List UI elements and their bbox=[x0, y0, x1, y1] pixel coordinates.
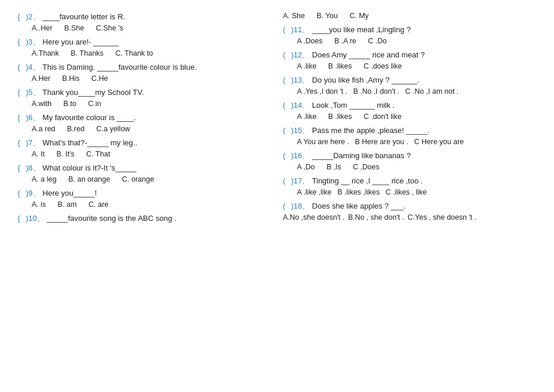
option-q11-c: C .Do bbox=[368, 37, 387, 45]
options-q8: A. a leg B. an orange C. orange bbox=[32, 175, 271, 183]
qtext-q15: Pass me the apple ,please! _____. bbox=[312, 126, 429, 135]
qnum-q6: )6、 bbox=[26, 113, 40, 123]
option-q11-a: A .Does bbox=[297, 37, 323, 45]
option-qtop-c: C. My bbox=[349, 12, 369, 20]
question-block-qtop: A. She B. You C. My bbox=[283, 12, 537, 20]
options-q18: A.No ,she doesn't . B.No , she don't . C… bbox=[283, 213, 537, 221]
question-line-q8: { )8、 What colour is it?-It 's_____ bbox=[18, 163, 271, 173]
option-q15-b: B Here are you . bbox=[355, 138, 408, 146]
bracket-q10: { bbox=[18, 214, 23, 223]
right-column: A. She B. You C. My ( )11、 ____you like … bbox=[277, 12, 537, 229]
qtext-q18: Does she like apples ? ___. bbox=[312, 202, 406, 210]
bracket-q18: ( bbox=[283, 202, 289, 210]
option-q5-a: A.with bbox=[32, 100, 52, 108]
option-q2-c: C.She 's bbox=[96, 24, 124, 32]
option-q9-a: A. is bbox=[32, 200, 46, 209]
question-line-q15: ( )15、 Pass me the apple ,please! _____. bbox=[283, 125, 537, 136]
option-q4-a: A.Her bbox=[32, 74, 50, 83]
left-column: { )2、 ____favourite letter is R. A..Her … bbox=[18, 12, 277, 229]
option-q14-a: A .like bbox=[297, 113, 317, 121]
qnum-q13: )13、 bbox=[291, 75, 310, 86]
question-block-q17: ( )17、 Tingting __ rice ,I ____ rice ,to… bbox=[283, 176, 537, 196]
bracket-q14: ( bbox=[283, 101, 289, 110]
option-qtop-b: B. You bbox=[317, 12, 338, 20]
option-q15-c: C Here you are bbox=[414, 138, 464, 146]
option-q18-a: A.No ,she doesn't . bbox=[283, 213, 345, 221]
qtext-q8: What colour is it?-It 's_____ bbox=[43, 163, 137, 172]
qnum-q5: )5、 bbox=[26, 87, 40, 98]
qtext-q11: ____you like meat ,Lingling ? bbox=[312, 25, 410, 34]
qtext-q9: Here you_____! bbox=[43, 189, 97, 197]
option-q7-c: C. That bbox=[86, 150, 110, 158]
bracket-q3: { bbox=[18, 38, 23, 46]
option-q3-a: A.Thank bbox=[32, 49, 59, 57]
bracket-q6: { bbox=[18, 113, 23, 122]
qnum-q16: )16、 bbox=[291, 151, 310, 161]
option-q2-b: B.She bbox=[64, 24, 84, 32]
question-block-q4: { )4、 This is Daming. _____favourite col… bbox=[18, 62, 271, 83]
qnum-q12: )12、 bbox=[291, 50, 310, 60]
bracket-q12: ( bbox=[283, 50, 289, 59]
question-block-q18: ( )18、 Does she like apples ? ___. A.No … bbox=[283, 201, 537, 221]
options-q5: A.with B.to C.in bbox=[32, 100, 271, 108]
bracket-q17: ( bbox=[283, 176, 289, 185]
qnum-q10: )10、 bbox=[26, 213, 45, 224]
option-q12-a: A .like bbox=[297, 62, 317, 70]
question-line-q11: ( )11、 ____you like meat ,Lingling ? bbox=[283, 25, 537, 35]
option-q14-c: C .don't like bbox=[363, 113, 402, 121]
question-line-q6: { )6、 My favourite colour is ____. bbox=[18, 113, 271, 123]
question-line-q7: { )7、 What's that?-_____ my leg.. bbox=[18, 138, 271, 148]
qtext-q10: _____favourite song is the ABC song . bbox=[47, 214, 176, 223]
bracket-q5: { bbox=[18, 88, 23, 97]
options-q2: A..Her B.She C.She 's bbox=[32, 24, 271, 32]
question-block-q16: ( )16、 _____Daming like bananas ? A ,Do … bbox=[283, 151, 537, 171]
option-q9-b: B. am bbox=[57, 200, 77, 209]
qnum-q8: )8、 bbox=[26, 163, 40, 173]
question-block-q10: { )10、 _____favourite song is the ABC so… bbox=[18, 213, 271, 224]
qtext-q7: What's that?-_____ my leg.. bbox=[43, 138, 137, 147]
options-q13: A .Yes ,I don 't . B .No ,I don't . C .N… bbox=[297, 87, 537, 96]
question-line-q10: { )10、 _____favourite song is the ABC so… bbox=[18, 213, 271, 224]
option-q16-a: A ,Do bbox=[297, 163, 315, 171]
bracket-q9: { bbox=[18, 189, 23, 197]
bracket-q4: { bbox=[18, 63, 23, 71]
question-block-q15: ( )15、 Pass me the apple ,please! _____.… bbox=[283, 125, 537, 146]
options-qtop: A. She B. You C. My bbox=[283, 12, 537, 20]
question-line-q12: ( )12、 Does Amy _____ rice and meat ? bbox=[283, 50, 537, 60]
bracket-q8: { bbox=[18, 163, 23, 172]
option-q2-a: A..Her bbox=[32, 24, 52, 32]
option-q3-c: C. Thank to bbox=[115, 49, 153, 57]
qtext-q6: My favourite colour is ____. bbox=[43, 113, 136, 122]
question-line-q2: { )2、 ____favourite letter is R. bbox=[18, 12, 271, 22]
option-q16-c: C ,Does bbox=[353, 163, 379, 171]
question-block-q13: ( )13、 Do you like fish ,Amy ? ______. A… bbox=[283, 75, 537, 96]
options-q6: A.a red B.red C.a yellow bbox=[32, 125, 271, 133]
option-q4-c: C.He bbox=[91, 74, 108, 83]
qnum-q17: )17、 bbox=[291, 176, 310, 186]
option-q8-c: C. orange bbox=[122, 175, 154, 183]
options-q14: A .like B .likes C .don't like bbox=[297, 113, 537, 121]
option-q8-a: A. a leg bbox=[32, 175, 56, 183]
question-line-q17: ( )17、 Tingting __ rice ,I ____ rice ,to… bbox=[283, 176, 537, 186]
qtext-q4: This is Daming. _____favourite colour is… bbox=[43, 63, 197, 71]
option-q5-b: B.to bbox=[63, 100, 76, 108]
question-line-q14: ( )14、 Look ,Tom ______ milk . bbox=[283, 100, 537, 111]
options-q12: A .like B .likes C .does like bbox=[297, 62, 537, 70]
option-q13-c: C .No ,I am not . bbox=[405, 87, 458, 96]
option-q11-b: B .A re bbox=[334, 37, 356, 45]
option-q8-b: B. an orange bbox=[68, 175, 110, 183]
option-q15-a: A You are here . bbox=[297, 138, 349, 146]
bracket-q15: ( bbox=[283, 126, 289, 135]
option-q9-c: C. are bbox=[89, 200, 108, 209]
qtext-q3: Here you are!- ______ bbox=[43, 38, 119, 46]
question-block-q9: { )9、 Here you_____! A. is B. am C. are bbox=[18, 188, 271, 209]
qnum-q4: )4、 bbox=[26, 62, 40, 73]
option-q3-b: B. Thanks bbox=[71, 49, 104, 57]
qnum-q11: )11、 bbox=[291, 25, 310, 35]
option-qtop-a: A. She bbox=[283, 12, 305, 20]
options-q9: A. is B. am C. are bbox=[32, 200, 271, 209]
question-block-q2: { )2、 ____favourite letter is R. A..Her … bbox=[18, 12, 271, 32]
options-q11: A .Does B .A re C .Do bbox=[297, 37, 537, 45]
qnum-q18: )18、 bbox=[291, 201, 310, 212]
options-q3: A.Thank B. Thanks C. Thank to bbox=[32, 49, 271, 57]
